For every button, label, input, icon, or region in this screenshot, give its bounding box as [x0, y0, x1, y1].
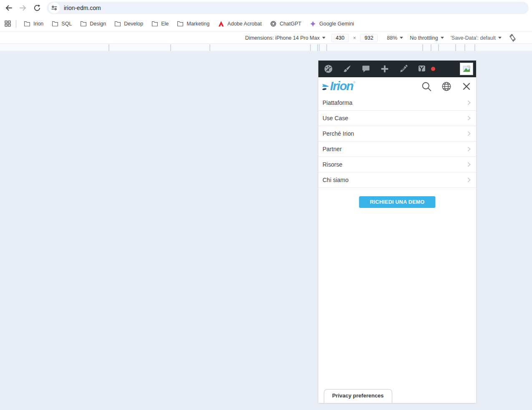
media-query-divider [438, 44, 439, 51]
emulated-device-viewport: Irion ® Piattaforma Use Case Perché Irio… [318, 61, 476, 403]
save-data-dropdown[interactable]: 'Save-Data': default [451, 35, 502, 41]
apps-grid-button[interactable] [2, 18, 13, 30]
menu-item-perche-irion[interactable]: Perché Irion [318, 126, 476, 142]
reload-icon [33, 4, 41, 12]
media-query-divider [319, 44, 320, 51]
media-query-divider [170, 44, 171, 51]
media-query-bar [0, 44, 532, 51]
search-icon [421, 81, 432, 92]
bookmarks-bar: Irion SQL Design Develop Ele Marketing A… [0, 16, 532, 32]
paintbrush-icon[interactable] [343, 64, 352, 73]
comments-bubble-icon[interactable] [361, 64, 371, 73]
media-query-divider [422, 44, 423, 51]
folder-icon [80, 20, 87, 27]
forward-button[interactable] [16, 1, 30, 15]
adobe-logo-icon [218, 20, 224, 27]
media-query-divider [326, 44, 327, 51]
bookmark-ele[interactable]: Ele [148, 19, 172, 28]
chevron-right-icon [465, 130, 473, 137]
bookmark-adobe-acrobat[interactable]: Adobe Acrobat [214, 19, 265, 29]
bookmark-label: Irion [33, 21, 43, 27]
menu-item-partner[interactable]: Partner [318, 142, 476, 157]
browser-toolbar: irion-edm.com [0, 0, 532, 16]
bookmark-develop[interactable]: Develop [111, 19, 146, 28]
yoast-seo-icon[interactable] [418, 64, 427, 73]
close-icon [461, 81, 471, 91]
site-header: Irion ® [318, 77, 476, 95]
notification-dot-icon [431, 67, 435, 71]
throttling-value: No throttling [410, 35, 438, 41]
bookmark-google-gemini[interactable]: Google Gemini [306, 19, 357, 29]
menu-item-label: Use Case [323, 115, 348, 121]
bookmark-marketing[interactable]: Marketing [174, 19, 213, 28]
media-query-divider [108, 44, 109, 51]
gauge-icon[interactable] [324, 64, 333, 73]
globe-language-icon [441, 81, 452, 92]
bookmarks-separator [16, 20, 16, 28]
reload-button[interactable] [30, 1, 44, 15]
folder-icon [151, 20, 158, 27]
media-query-divider [317, 44, 318, 51]
throttling-dropdown[interactable]: No throttling [410, 35, 444, 41]
site-settings-button[interactable] [49, 3, 60, 13]
menu-item-label: Perché Irion [323, 130, 354, 137]
devtools-device-toolbar: Dimensions: iPhone 14 Pro Max 430 × 932 … [0, 32, 532, 44]
caret-down-icon [322, 37, 325, 39]
request-demo-button[interactable]: RICHIEDI UNA DEMO [359, 196, 436, 208]
back-button[interactable] [2, 1, 16, 15]
irion-logo[interactable]: Irion ® [322, 80, 356, 93]
logo-text: Irion [330, 80, 353, 92]
search-button[interactable] [421, 81, 432, 92]
bookmark-design[interactable]: Design [77, 19, 109, 28]
plus-icon[interactable] [380, 64, 389, 73]
bookmark-label: Develop [124, 21, 143, 27]
device-height-input[interactable]: 932 [360, 34, 378, 42]
chevron-right-icon [465, 145, 473, 153]
chevron-right-icon [465, 114, 473, 122]
bookmark-label: Ele [161, 21, 169, 27]
chevron-right-icon [465, 161, 473, 168]
edit-pencil-icon[interactable] [399, 64, 408, 73]
privacy-preferences-button[interactable]: Privacy preferences [324, 389, 392, 403]
address-bar[interactable]: irion-edm.com [47, 2, 529, 14]
media-query-divider [431, 44, 431, 51]
device-width-input[interactable]: 430 [331, 34, 349, 42]
menu-item-label: Chi siamo [323, 177, 348, 183]
bookmark-label: Adobe Acrobat [227, 21, 262, 27]
language-button[interactable] [441, 81, 452, 92]
caret-down-icon [400, 37, 403, 39]
close-menu-button[interactable] [461, 81, 472, 92]
menu-item-use-case[interactable]: Use Case [318, 111, 476, 126]
save-data-value: 'Save-Data': default [451, 35, 496, 41]
folder-icon [177, 20, 184, 27]
rotate-device-button[interactable] [508, 33, 517, 42]
bookmark-irion[interactable]: Irion [20, 19, 47, 28]
chatgpt-logo-icon [270, 20, 277, 27]
bookmark-chatgpt[interactable]: ChatGPT [267, 19, 305, 29]
menu-item-label: Partner [323, 146, 342, 152]
chevron-right-icon [465, 99, 473, 106]
dimensions-label: Dimensions: iPhone 14 Pro Max [245, 35, 320, 41]
menu-item-chi-siamo[interactable]: Chi siamo [318, 172, 476, 188]
chevron-right-icon [465, 176, 473, 184]
back-arrow-icon [5, 4, 13, 12]
bookmark-label: SQL [61, 21, 72, 27]
dimensions-multiply-sign: × [353, 35, 356, 41]
media-query-divider [310, 44, 311, 51]
media-query-divider [464, 44, 465, 51]
bookmark-sql[interactable]: SQL [48, 19, 75, 28]
zoom-dropdown[interactable]: 88% [387, 35, 403, 41]
mobile-nav-menu: Piattaforma Use Case Perché Irion Partne… [318, 95, 476, 188]
wp-admin-bar [318, 61, 476, 77]
forward-arrow-icon [19, 4, 27, 12]
broken-image-icon[interactable] [460, 63, 473, 75]
caret-down-icon [498, 37, 502, 39]
device-dimensions-dropdown[interactable]: Dimensions: iPhone 14 Pro Max [245, 35, 325, 41]
rotate-device-icon [508, 33, 517, 42]
media-query-divider [474, 44, 475, 51]
apps-grid-icon [4, 20, 11, 27]
menu-item-risorse[interactable]: Risorse [318, 157, 476, 172]
menu-item-label: Risorse [323, 161, 342, 168]
menu-item-piattaforma[interactable]: Piattaforma [318, 95, 476, 111]
bookmark-label: Marketing [187, 21, 209, 27]
